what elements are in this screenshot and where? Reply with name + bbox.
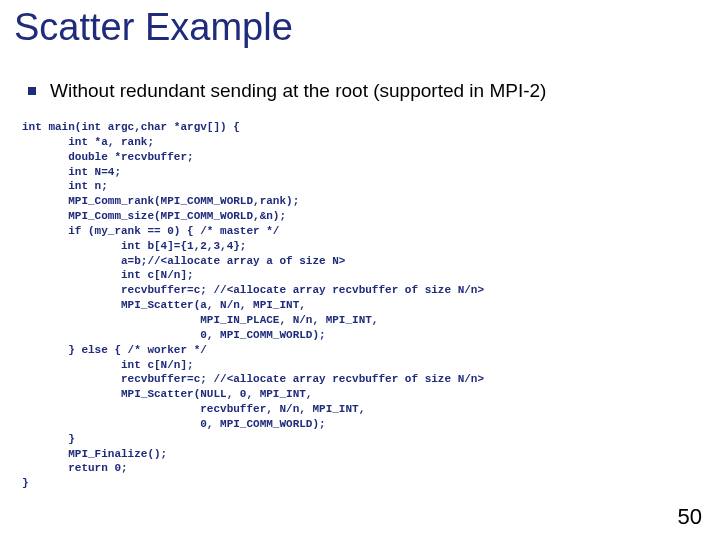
slide: Scatter Example Without redundant sendin… (0, 0, 720, 540)
bullet-row: Without redundant sending at the root (s… (28, 80, 546, 102)
bullet-icon (28, 87, 36, 95)
slide-title: Scatter Example (14, 6, 293, 49)
page-number: 50 (678, 504, 702, 530)
bullet-text: Without redundant sending at the root (s… (50, 80, 546, 102)
code-block: int main(int argc,char *argv[]) { int *a… (22, 120, 484, 491)
